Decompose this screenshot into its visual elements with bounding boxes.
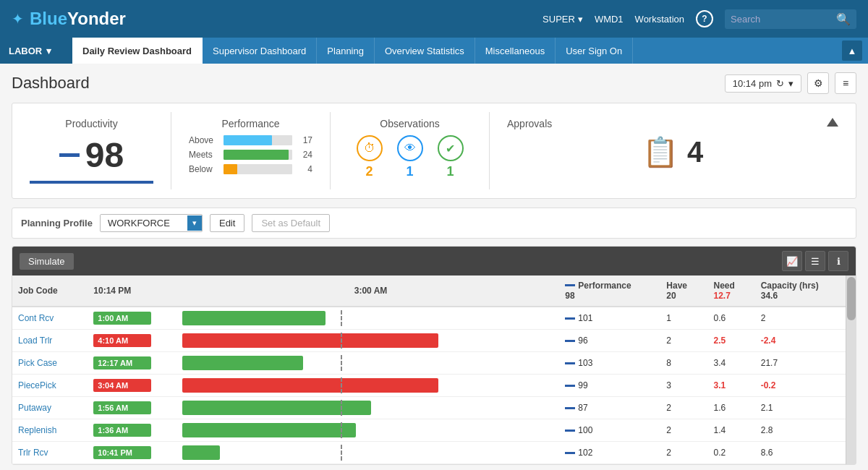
productivity-dash: [59, 153, 80, 157]
set-as-default-button[interactable]: Set as Default: [252, 214, 330, 232]
bar-label: 1:56 AM: [93, 401, 151, 414]
bar-label: 12:17 AM: [93, 356, 151, 369]
perf-row-below: Below 4: [189, 164, 312, 174]
performance-cell: 102: [565, 448, 655, 458]
tab-user-sign-on[interactable]: User Sign On: [556, 38, 633, 64]
performance-col-title: Performance: [578, 281, 631, 291]
scrollbar[interactable]: [846, 275, 856, 464]
perf-count-meets: 24: [298, 150, 312, 160]
perf-mini-dash: [565, 362, 575, 364]
workstation-label[interactable]: Workstation: [635, 14, 684, 25]
col-header-job-code: Job Code: [12, 275, 88, 307]
cell-need: 3.4: [708, 352, 755, 375]
now-line: [341, 355, 342, 371]
perf-bar-bg-above: [224, 135, 292, 145]
time-dropdown-icon[interactable]: ▾: [788, 78, 793, 89]
chart-view-button[interactable]: 📈: [782, 251, 802, 271]
perf-value: 100: [578, 425, 592, 435]
approvals-section: Approvals 📋 4: [490, 112, 856, 189]
filter-button[interactable]: ≡: [835, 72, 856, 94]
cell-bar-start: 1:56 AM: [88, 397, 182, 419]
bar-label: 4:10 AM: [93, 334, 151, 347]
help-button[interactable]: ?: [696, 10, 713, 27]
col-header-timeline: 3:00 AM: [182, 275, 560, 307]
cell-capacity: -2.4: [755, 330, 846, 352]
job-link[interactable]: Putaway: [18, 403, 51, 413]
super-menu[interactable]: SUPER ▾: [542, 14, 583, 25]
table-row: PiecePick 3:04 AM 99 3 3.1 -0.2: [12, 375, 846, 397]
list-view-button[interactable]: ☰: [805, 251, 825, 271]
perf-label-meets: Meets: [189, 150, 218, 160]
cell-bar-start: 1:00 AM: [88, 307, 182, 330]
cell-have: 2: [660, 442, 707, 464]
job-link[interactable]: Replenish: [18, 425, 56, 435]
simulate-button[interactable]: Simulate: [20, 253, 74, 270]
cell-gantt: [182, 397, 560, 419]
info-button[interactable]: ℹ: [828, 251, 848, 271]
performance-cell: 101: [565, 313, 655, 323]
perf-mini-dash: [565, 430, 575, 432]
tab-daily-review[interactable]: Daily Review Dashboard: [72, 38, 203, 64]
cell-need: 1.4: [708, 419, 755, 442]
planning-select-dropdown-icon[interactable]: ▾: [187, 215, 202, 231]
perf-mini-dash: [565, 340, 575, 342]
nav-upload-button[interactable]: ▲: [842, 40, 862, 61]
job-link[interactable]: Load Trlr: [18, 336, 52, 346]
planning-profile-select[interactable]: WORKFORCE ▾: [100, 214, 203, 232]
gantt-bar-wrapper: [182, 400, 560, 416]
top-header: ✦ BlueYonder SUPER ▾ WMD1 Workstation ? …: [0, 0, 868, 38]
bar-label: 1:36 AM: [93, 424, 151, 437]
table-toolbar: Simulate 📈 ☰ ℹ: [12, 247, 856, 275]
col-header-have: Have20: [660, 275, 707, 307]
planning-bar: Planning Profile WORKFORCE ▾ Edit Set as…: [12, 208, 856, 239]
job-table: Job Code 10:14 PM 3:00 AM Performance: [12, 275, 846, 464]
obs-item-eye: 👁 1: [397, 135, 423, 179]
gantt-bar: [182, 333, 439, 348]
approvals-clipboard-icon: 📋: [642, 135, 678, 169]
perf-value: 96: [578, 336, 587, 346]
cell-have: 1: [660, 307, 707, 330]
gantt-bar: [182, 378, 439, 393]
job-link[interactable]: Cont Rcv: [18, 313, 54, 323]
cell-capacity: 2: [755, 307, 846, 330]
job-link[interactable]: Pick Case: [18, 358, 57, 368]
cell-capacity: 8.6: [755, 442, 846, 464]
approvals-up-button[interactable]: [827, 118, 838, 127]
labor-menu[interactable]: LABOR ▾: [0, 38, 72, 64]
observations-title: Observations: [348, 118, 472, 129]
logo-area: ✦ BlueYonder: [12, 9, 126, 29]
cell-job: Putaway: [12, 397, 88, 419]
performance-section: Performance Above 17 Meets 24: [171, 112, 331, 189]
productivity-title: Productivity: [30, 118, 153, 129]
gantt-bar: [182, 356, 303, 370]
scrollbar-thumb[interactable]: [847, 277, 856, 320]
search-icon[interactable]: 🔍: [836, 12, 851, 26]
edit-button[interactable]: Edit: [210, 214, 244, 232]
obs-check-icon: ✔: [438, 135, 464, 161]
cell-need: 0.2: [708, 442, 755, 464]
perf-bar-fill-above: [224, 135, 272, 145]
cell-job: PiecePick: [12, 375, 88, 397]
settings-button[interactable]: ⚙: [807, 72, 829, 94]
perf-mini-dash: [565, 452, 575, 454]
job-link[interactable]: Trlr Rcv: [18, 448, 48, 458]
tab-miscellaneous[interactable]: Miscellaneous: [475, 38, 556, 64]
perf-count-above: 17: [298, 135, 312, 145]
cell-bar-start: 12:17 AM: [88, 352, 182, 375]
gantt-bar-wrapper: [182, 333, 560, 349]
search-input[interactable]: [731, 14, 832, 25]
tab-supervisor-dashboard[interactable]: Supervisor Dashboard: [203, 38, 317, 64]
tab-overview-statistics[interactable]: Overview Statistics: [375, 38, 475, 64]
page-title: Dashboard: [12, 74, 90, 93]
job-link[interactable]: PiecePick: [18, 380, 56, 390]
gantt-bar: [182, 445, 220, 460]
cell-have: 2: [660, 419, 707, 442]
obs-eye-icon: 👁: [397, 135, 423, 161]
tab-planning[interactable]: Planning: [317, 38, 375, 64]
perf-value: 87: [578, 403, 587, 413]
logo-icon: ✦: [12, 10, 24, 27]
perf-bar-fill-meets: [224, 150, 289, 160]
cell-need: 2.5: [708, 330, 755, 352]
table-row: Trlr Rcv 10:41 PM 102 2 0.2 8.6: [12, 442, 846, 464]
gantt-bar-wrapper: [182, 355, 560, 371]
